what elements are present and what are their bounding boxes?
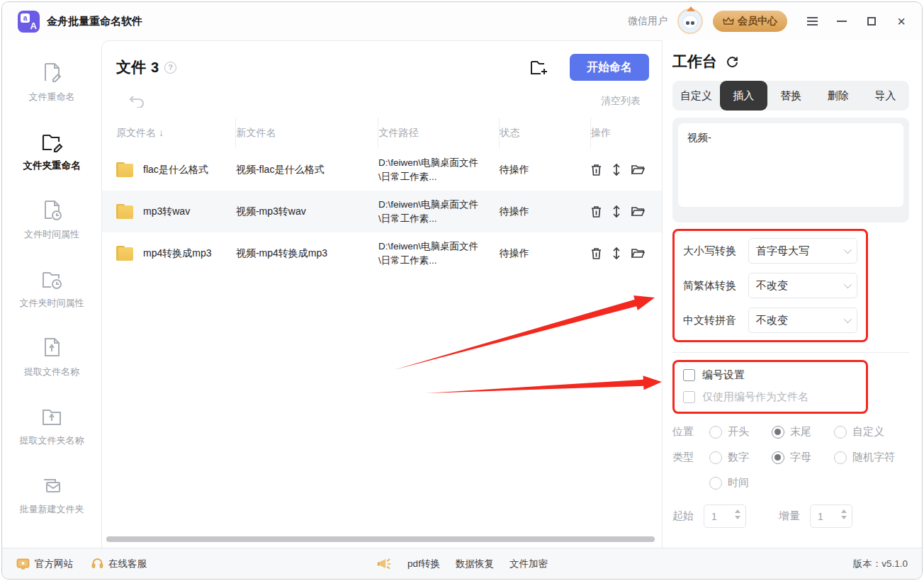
delete-icon[interactable] bbox=[590, 205, 602, 218]
numbering-checkbox[interactable] bbox=[683, 369, 695, 381]
numbering-checkbox-row[interactable]: 编号设置 bbox=[683, 368, 857, 382]
file-rename-icon bbox=[39, 60, 64, 86]
tab-replace[interactable]: 替换 bbox=[767, 81, 815, 111]
file-encrypt-label: 文件加密 bbox=[509, 558, 548, 570]
table-row[interactable]: mp4转换成mp3 视频-mp4转换成mp3 D:\feiwen\电脑桌面文件\… bbox=[102, 232, 662, 274]
increment-stepper[interactable]: 1 bbox=[810, 504, 852, 528]
new-file-name: 视频-mp3转wav bbox=[236, 191, 378, 232]
number-only-checkbox[interactable] bbox=[683, 391, 695, 403]
open-folder-icon[interactable] bbox=[631, 247, 645, 259]
move-icon[interactable] bbox=[612, 205, 621, 218]
table-row[interactable]: mp3转wav 视频-mp3转wav D:\feiwen\电脑桌面文件\日常工作… bbox=[102, 191, 662, 232]
stepper-up-icon[interactable] bbox=[735, 509, 740, 513]
status-text: 待操作 bbox=[500, 191, 591, 232]
sidebar-item-extract-file-name[interactable]: 提取文件名称 bbox=[24, 335, 79, 378]
official-site-link[interactable]: 官方网站 bbox=[16, 558, 73, 570]
radio-type-letter[interactable]: 字母 bbox=[772, 451, 834, 464]
stepper-up-icon[interactable] bbox=[841, 509, 847, 513]
menu-icon[interactable] bbox=[806, 15, 818, 28]
data-recovery-link[interactable]: 数据恢复 bbox=[456, 558, 494, 570]
sidebar-item-extract-folder-name[interactable]: 提取文件夹名称 bbox=[20, 404, 84, 447]
number-only-label: 仅使用编号作为文件名 bbox=[702, 390, 808, 404]
simplified-traditional-value: 不改变 bbox=[756, 279, 788, 293]
version-text: 版本：v5.1.0 bbox=[853, 558, 908, 570]
tab-custom[interactable]: 自定义 bbox=[672, 81, 720, 111]
tab-insert[interactable]: 插入 bbox=[720, 81, 767, 111]
pdf-convert-label: pdf转换 bbox=[407, 558, 440, 570]
undo-icon[interactable] bbox=[129, 95, 145, 108]
tab-import[interactable]: 导入 bbox=[862, 81, 909, 111]
radio-icon bbox=[709, 451, 722, 464]
folder-rename-icon bbox=[39, 129, 64, 154]
stepper-down-icon[interactable] bbox=[735, 516, 740, 519]
folder-icon bbox=[116, 204, 135, 220]
pdf-convert-link[interactable]: pdf转换 bbox=[407, 558, 440, 570]
table-row[interactable]: flac是什么格式 视频-flac是什么格式 D:\feiwen\电脑桌面文件\… bbox=[102, 149, 662, 191]
file-time-icon bbox=[39, 198, 64, 223]
original-file-name: mp3转wav bbox=[143, 205, 190, 218]
increment-value: 1 bbox=[818, 511, 823, 522]
open-folder-icon[interactable] bbox=[631, 164, 645, 176]
minimize-icon[interactable] bbox=[835, 15, 848, 28]
user-label: 微信用户 bbox=[628, 15, 667, 28]
numbering-label: 编号设置 bbox=[702, 368, 745, 382]
maximize-icon[interactable] bbox=[865, 15, 878, 28]
status-text: 待操作 bbox=[500, 232, 591, 274]
radio-icon bbox=[834, 426, 847, 439]
radio-position-start[interactable]: 开头 bbox=[709, 425, 772, 439]
sidebar-item-folder-time[interactable]: 文件夹时间属性 bbox=[20, 266, 84, 310]
member-center-button[interactable]: 会员中心 bbox=[713, 11, 787, 32]
stepper-down-icon[interactable] bbox=[841, 516, 847, 519]
case-convert-select[interactable]: 首字母大写 bbox=[748, 238, 857, 264]
move-icon[interactable] bbox=[612, 247, 621, 260]
file-list-panel: 文件 3 ? 开始命名 清空列表 bbox=[101, 40, 663, 548]
radio-position-end[interactable]: 末尾 bbox=[772, 425, 834, 439]
sidebar-item-file-time[interactable]: 文件时间属性 bbox=[24, 198, 79, 241]
divider bbox=[672, 352, 909, 353]
add-folder-button[interactable] bbox=[529, 58, 550, 77]
start-number-stepper[interactable]: 1 bbox=[704, 504, 746, 528]
insert-text-input[interactable]: 视频- bbox=[678, 123, 903, 207]
sidebar-item-folder-rename[interactable]: 文件夹重命名 bbox=[23, 129, 81, 172]
radio-label: 字母 bbox=[790, 451, 811, 464]
member-center-label: 会员中心 bbox=[738, 15, 777, 28]
tab-delete[interactable]: 删除 bbox=[814, 81, 862, 111]
pinyin-convert-select[interactable]: 不改变 bbox=[748, 308, 857, 333]
file-encrypt-link[interactable]: 文件加密 bbox=[509, 558, 548, 570]
radio-type-number[interactable]: 数字 bbox=[709, 451, 772, 464]
sidebar-item-label: 文件重命名 bbox=[29, 91, 75, 103]
folder-time-icon bbox=[39, 266, 64, 292]
sidebar-item-label: 文件时间属性 bbox=[24, 228, 79, 241]
horizontal-scrollbar[interactable] bbox=[106, 536, 655, 542]
simplified-traditional-select[interactable]: 不改变 bbox=[748, 273, 857, 298]
workbench-tabs: 自定义 插入 替换 删除 导入 bbox=[672, 81, 909, 111]
crown-decoration-icon bbox=[687, 6, 695, 11]
radio-type-random[interactable]: 随机字符 bbox=[834, 451, 895, 464]
delete-icon[interactable] bbox=[590, 164, 602, 176]
delete-icon[interactable] bbox=[590, 247, 602, 260]
file-count: 3 bbox=[151, 60, 159, 76]
start-rename-button[interactable]: 开始命名 bbox=[570, 54, 649, 81]
position-label: 位置 bbox=[672, 425, 709, 439]
online-service-link[interactable]: 在线客服 bbox=[91, 558, 147, 570]
sidebar-item-file-rename[interactable]: 文件重命名 bbox=[29, 60, 75, 103]
type-label: 类型 bbox=[672, 451, 709, 464]
simplified-traditional-label: 简繁体转换 bbox=[683, 279, 748, 293]
footer: 官方网站 在线客服 pdf转换 数据恢复 文件加密 版本：v5.1.0 bbox=[2, 548, 922, 579]
sidebar-item-batch-new-folder[interactable]: 批量新建文件夹 bbox=[20, 473, 84, 516]
radio-label: 末尾 bbox=[790, 425, 811, 439]
sidebar-item-label: 文件夹时间属性 bbox=[20, 297, 84, 310]
clear-list-button[interactable]: 清空列表 bbox=[601, 95, 641, 108]
move-icon[interactable] bbox=[612, 163, 621, 176]
help-icon[interactable]: ? bbox=[164, 62, 176, 74]
file-extract-icon bbox=[39, 335, 64, 361]
refresh-icon[interactable] bbox=[726, 55, 739, 69]
sidebar-item-label: 文件夹重命名 bbox=[23, 159, 81, 172]
open-folder-icon[interactable] bbox=[631, 205, 645, 218]
radio-type-time[interactable]: 时间 bbox=[709, 476, 772, 490]
sort-desc-icon[interactable]: ↓ bbox=[159, 127, 164, 138]
radio-position-custom[interactable]: 自定义 bbox=[834, 425, 884, 439]
close-icon[interactable]: × bbox=[895, 15, 908, 28]
avatar[interactable] bbox=[677, 9, 703, 34]
number-only-checkbox-row[interactable]: 仅使用编号作为文件名 bbox=[683, 390, 857, 404]
